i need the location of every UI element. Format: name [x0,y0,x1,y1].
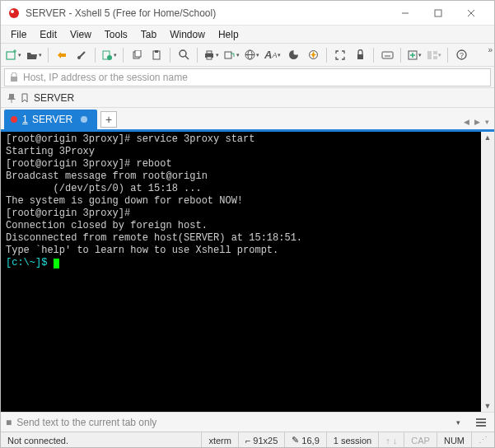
status-size: ⌐ 91x25 [238,432,284,448]
lock-icon [10,72,18,82]
titlebar: SERVER - Xshell 5 (Free for Home/School) [1,1,494,26]
send-bar: ■ Send text to the current tab only ▾ [1,412,494,432]
close-button[interactable] [455,2,488,25]
window-title: SERVER - Xshell 5 (Free for Home/School) [26,7,389,19]
toolbar-overflow-icon[interactable]: » [488,45,493,54]
session-name[interactable]: SERVER [34,92,74,104]
pin-icon[interactable] [7,93,16,103]
session-row: SERVER [1,88,494,108]
fullscreen-button[interactable] [331,46,349,64]
terminal-area: [root@origin 3proxy]# service 3proxy sta… [1,132,494,412]
svg-rect-6 [7,52,15,59]
maximize-button[interactable] [422,2,455,25]
tab-status-dot [11,116,17,123]
tab-prev-icon[interactable]: ◀ [464,118,469,126]
svg-rect-22 [225,52,231,58]
status-sessions: 1 session [326,432,378,448]
bookmark-icon[interactable] [21,93,29,103]
svg-rect-20 [207,51,212,54]
tab-next-icon[interactable]: ▶ [474,118,480,126]
font-button[interactable]: AA▾ [263,46,283,64]
svg-rect-21 [207,57,212,59]
menubar: File Edit View Tools Tab Window Help [1,26,494,44]
highlight-button[interactable] [304,46,322,64]
find-button[interactable] [175,46,193,64]
menu-tools[interactable]: Tools [98,27,134,42]
svg-rect-28 [382,52,393,58]
help-button[interactable]: ? [452,46,470,64]
transfer-button[interactable]: ▾ [222,46,241,64]
send-menu-button[interactable] [473,418,489,427]
svg-rect-14 [135,50,141,57]
status-resize-grip[interactable]: ⋰ [471,432,494,448]
toolbar: ▾ ▾ ▾ ▾ ▾ ▾ AA▾ ▾ ▾ ? » [1,44,494,67]
status-caps: CAP [404,432,437,448]
minimize-button[interactable] [389,2,422,25]
svg-rect-16 [155,50,158,53]
add-button[interactable]: ▾ [405,46,423,64]
svg-rect-36 [427,51,432,59]
scroll-up-icon[interactable]: ▲ [484,132,492,143]
status-termtype: xterm [201,432,238,448]
svg-rect-27 [357,54,363,59]
menu-help[interactable]: Help [212,27,245,42]
status-num: NUM [437,432,471,448]
menu-view[interactable]: View [63,27,98,42]
language-button[interactable]: ▾ [243,46,261,64]
new-session-button[interactable]: ▾ [4,46,23,64]
svg-text:?: ? [460,51,464,59]
status-connection: Not connected. [1,432,201,448]
menu-tab[interactable]: Tab [134,27,163,42]
svg-rect-41 [11,77,17,82]
send-dropdown-icon[interactable]: ▾ [456,418,468,427]
svg-rect-37 [433,51,437,54]
svg-point-0 [9,8,19,18]
send-bullet-icon: ■ [6,417,12,428]
print-button[interactable]: ▾ [202,46,221,64]
tabstrip: 1 SERVER + ◀ ▶ ▾ [1,108,494,129]
reconnect-button[interactable] [53,46,71,64]
svg-point-12 [107,55,112,60]
svg-line-18 [185,56,189,59]
new-tab-button[interactable]: + [100,111,117,128]
tab-list-icon[interactable]: ▾ [485,118,489,126]
menu-file[interactable]: File [4,27,33,42]
address-input[interactable]: Host, IP address or the session name [4,68,491,86]
disconnect-button[interactable] [72,46,91,64]
open-button[interactable]: ▾ [25,46,44,64]
svg-rect-38 [433,56,437,59]
address-row: Host, IP address or the session name [1,67,494,88]
menu-edit[interactable]: Edit [33,27,63,42]
tab-label: SERVER [32,114,72,125]
terminal-scrollbar[interactable]: ▲ ▼ [481,132,494,412]
tab-number: 1 [22,114,28,125]
scroll-down-icon[interactable]: ▼ [484,400,492,412]
statusbar: Not connected. xterm ⌐ 91x25 ✎ 16,9 1 se… [1,432,494,448]
svg-point-1 [11,10,14,13]
paste-button[interactable] [147,46,166,64]
tab-close-icon[interactable] [81,116,87,123]
properties-button[interactable]: ▾ [100,46,119,64]
layout-button[interactable]: ▾ [425,46,443,64]
menu-window[interactable]: Window [163,27,212,42]
send-input[interactable]: Send text to the current tab only [16,417,451,428]
lock-button[interactable] [351,46,369,64]
app-icon [7,7,21,20]
keyboard-button[interactable] [378,46,396,64]
svg-rect-3 [435,10,441,16]
address-placeholder: Host, IP address or the session name [23,72,188,83]
status-cursor: ✎ 16,9 [284,432,325,448]
terminal[interactable]: [root@origin 3proxy]# service 3proxy sta… [1,132,494,412]
color-scheme-button[interactable] [284,46,302,64]
copy-button[interactable] [128,46,146,64]
tab-server[interactable]: 1 SERVER [4,110,97,129]
status-updown-icon: ↑ ↓ [378,432,404,448]
svg-point-17 [180,50,186,57]
svg-point-10 [77,56,81,59]
